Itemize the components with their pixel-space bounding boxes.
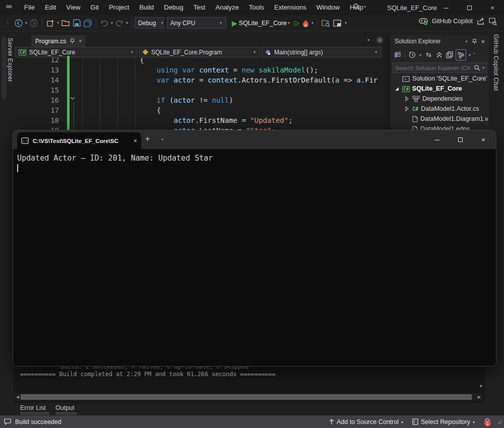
pin-icon[interactable] (472, 39, 477, 44)
search-dropdown-icon[interactable]: ▾ (363, 5, 367, 9)
select-repository-button[interactable]: Select Repository ▴ (409, 415, 478, 428)
menu-analyze[interactable]: Analyze (210, 0, 243, 15)
tree-collapsed-icon[interactable] (404, 106, 410, 111)
terminal-window[interactable]: C:\ C:\VS\Test\SQLite_EF_Core\SC × + ⌄ ─… (13, 130, 496, 367)
github-copilot-chat-tab[interactable]: GitHub Copilot Chat (492, 34, 499, 91)
scroll-left-icon[interactable]: ◀ (15, 395, 21, 399)
tree-item-datamodel1-actor-cs[interactable]: C#DataModel1.Actor.cs (404, 104, 479, 114)
solution-explorer-toolbar-icon[interactable] (332, 17, 343, 29)
tab-error-list[interactable]: Error List (20, 404, 46, 411)
collapse-all-icon[interactable] (435, 49, 444, 60)
menu-window[interactable]: Window (311, 0, 345, 15)
output-horizontal-scrollbar[interactable]: ◀ ▶ (15, 393, 482, 401)
menu-test[interactable]: Test (188, 0, 211, 15)
tree-expanded-icon[interactable] (394, 87, 400, 91)
redo-icon[interactable] (114, 17, 125, 29)
switch-views-icon[interactable] (393, 49, 402, 60)
new-project-dropdown-icon[interactable]: ▾ (56, 21, 60, 25)
gear-icon[interactable] (376, 37, 383, 43)
menu-edit[interactable]: Edit (40, 0, 61, 15)
share-icon[interactable] (477, 18, 485, 25)
save-all-icon[interactable] (82, 17, 93, 29)
start-without-debugging-icon[interactable]: ▷ (293, 17, 301, 29)
panel-options-dropdown-icon[interactable]: ▾ (464, 39, 468, 44)
tab-close-icon[interactable]: × (79, 38, 82, 44)
type-dropdown[interactable]: SQLite_EF_Core.Program▾ (139, 47, 260, 57)
search-icon[interactable] (474, 64, 480, 71)
menu-debug[interactable]: Debug (159, 0, 188, 15)
copilot-status[interactable]: GitHub Copilot (419, 17, 497, 25)
fold-chevron-icon[interactable] (70, 96, 76, 101)
menu-tools[interactable]: Tools (244, 0, 269, 15)
find-in-files-icon[interactable] (320, 17, 332, 29)
tree-item-dependencies[interactable]: Dependencies (404, 94, 463, 104)
maximize-button[interactable] (458, 0, 481, 15)
feature-search[interactable]: ▾ (353, 3, 367, 10)
undo-icon[interactable] (99, 17, 110, 29)
open-folder-icon[interactable] (60, 17, 72, 29)
menu-file[interactable]: File (19, 0, 40, 15)
new-project-icon[interactable] (45, 17, 56, 29)
properties-icon[interactable] (445, 49, 454, 60)
se-toolbar-overflow-icon[interactable]: ” (473, 52, 475, 58)
filter-dropdown-icon[interactable]: ▾ (418, 53, 422, 57)
tab-program-cs[interactable]: Program.cs × (31, 35, 86, 47)
panel-close-icon[interactable]: × (481, 38, 485, 45)
terminal-maximize-button[interactable] (449, 130, 472, 149)
menu-build[interactable]: Build (134, 0, 159, 15)
terminal-tab-close-icon[interactable]: × (134, 137, 137, 145)
toolbar-grip[interactable]: ⋮ (2, 17, 13, 29)
navigate-forward-icon[interactable] (28, 17, 39, 29)
startup-project-label[interactable]: SQLite_EF_Core (239, 20, 287, 27)
hot-reload-icon[interactable] (301, 17, 310, 29)
menu-git[interactable]: Git (85, 0, 104, 15)
resize-grip[interactable] (497, 419, 502, 424)
show-all-files-icon[interactable] (456, 49, 466, 60)
terminal-titlebar[interactable]: C:\ C:\VS\Test\SQLite_EF_Core\SC × + ⌄ ─… (13, 130, 496, 149)
pending-changes-filter-icon[interactable] (408, 49, 417, 60)
toolbar-overflow-icon[interactable]: ▾ (344, 21, 348, 25)
run-target-dropdown-icon[interactable]: ▾ (287, 21, 291, 25)
menu-project[interactable]: Project (104, 0, 134, 15)
new-tab-icon[interactable]: + (145, 134, 150, 144)
scroll-right-icon[interactable]: ▶ (476, 395, 482, 399)
scrollbar-thumb[interactable] (21, 394, 472, 400)
navigate-back-icon[interactable] (13, 17, 24, 29)
pin-icon[interactable] (70, 38, 75, 44)
solution-search-input[interactable] (393, 65, 473, 71)
undo-dropdown-icon[interactable]: ▾ (110, 21, 114, 25)
feedback-icon[interactable] (489, 18, 497, 25)
notifications-button[interactable]: 1 (481, 415, 494, 428)
project-dropdown[interactable]: C# SQLite_EF_Core▾ (15, 47, 138, 57)
redo-dropdown-icon[interactable]: ▾ (125, 21, 129, 25)
terminal-dropdown-icon[interactable]: ⌄ (160, 135, 164, 141)
tree-collapsed-icon[interactable] (404, 96, 410, 101)
terminal-close-button[interactable]: × (472, 130, 495, 149)
feedback-bubble-icon[interactable] (4, 418, 11, 425)
solution-configuration-dropdown[interactable]: Debug▾ (135, 17, 164, 29)
navigate-back-dropdown-icon[interactable]: ▾ (24, 21, 28, 25)
close-button[interactable]: × (481, 0, 504, 15)
hot-reload-dropdown-icon[interactable]: ▾ (310, 21, 314, 25)
solution-search-box[interactable]: ▾ (393, 62, 487, 73)
member-dropdown[interactable]: Main(string[] args)▾ (262, 47, 382, 57)
tab-output[interactable]: Output (55, 404, 75, 411)
tab-list-dropdown-icon[interactable]: ▾ (366, 38, 370, 42)
tree-item-solution-sqlite-ef-core-1-of[interactable]: ∞Solution 'SQLite_EF_Core' (1 of (394, 74, 489, 84)
tree-item-datamodel1-diagram1-v[interactable]: DataModel1.Diagram1.v (404, 114, 488, 124)
search-options-dropdown-icon[interactable]: ▾ (481, 65, 485, 70)
views-dropdown-icon[interactable]: ▾ (468, 53, 472, 57)
tree-item-sqlite-ef-core[interactable]: C#SQLite_EF_Core (394, 84, 462, 94)
sync-with-active-document-icon[interactable] (424, 49, 433, 60)
menu-extensions[interactable]: Extensions (269, 0, 311, 15)
search-icon[interactable] (353, 3, 360, 10)
terminal-output-area[interactable]: Updated Actor – ID: 201, Name: Updated S… (13, 149, 496, 366)
menu-view[interactable]: View (61, 0, 85, 15)
save-icon[interactable] (72, 17, 82, 29)
add-to-source-control-button[interactable]: Add to Source Control ▴ (326, 415, 406, 428)
start-debugging-icon[interactable]: ▶ (230, 17, 239, 29)
terminal-tab[interactable]: C:\ C:\VS\Test\SQLite_EF_Core\SC × (17, 132, 141, 149)
server-explorer-tab[interactable]: Server Explorer (7, 38, 14, 82)
minimize-button[interactable]: ─ (434, 0, 458, 15)
solution-platform-dropdown[interactable]: Any CPU▾ (167, 17, 226, 29)
